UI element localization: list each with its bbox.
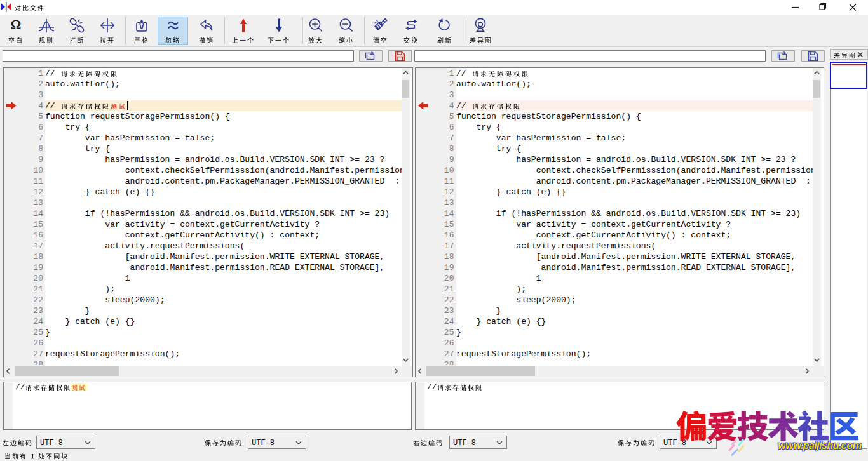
svg-text:www.paijishu.com: www.paijishu.com (778, 439, 862, 451)
